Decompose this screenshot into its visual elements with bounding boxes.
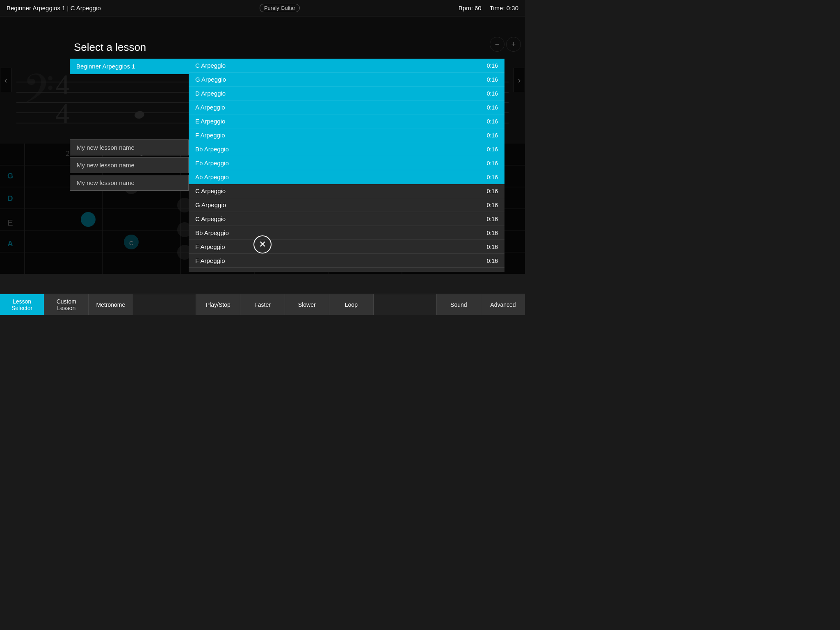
lesson-duration: 0:16 — [487, 188, 498, 194]
faster-button[interactable]: Faster — [240, 294, 285, 315]
time-display: Time: 0:30 — [490, 5, 518, 11]
lesson-duration: 0:16 — [487, 202, 498, 208]
panel-body: Beginner Arpeggios 1 My new lesson name … — [70, 59, 504, 272]
lesson-name: A Arpeggio — [195, 104, 225, 111]
lesson-name: D Arpeggio — [195, 90, 226, 97]
lesson-duration: 0:16 — [487, 132, 498, 139]
lesson-duration: 0:16 — [487, 174, 498, 180]
lesson-duration: 0:16 — [487, 118, 498, 125]
header-info: Bpm: 60 Time: 0:30 — [459, 5, 518, 11]
lesson-selector-button[interactable]: Lesson Selector — [0, 294, 44, 315]
lesson-groups-column: Beginner Arpeggios 1 My new lesson name … — [70, 59, 189, 272]
lesson-item-9[interactable]: C Arpeggio0:16 — [189, 184, 504, 198]
advanced-button[interactable]: Advanced — [481, 294, 525, 315]
close-icon: ✕ — [259, 239, 266, 250]
main-area: 𝄢 4 4 T A B 2 3 9 — [0, 16, 525, 274]
lesson-item-2[interactable]: D Arpeggio0:16 — [189, 87, 504, 100]
lesson-name: Bb Arpeggio — [195, 229, 229, 236]
lesson-item-11[interactable]: C Arpeggio0:16 — [189, 212, 504, 226]
bpm-display: Bpm: 60 — [459, 5, 482, 11]
slower-button[interactable]: Slower — [285, 294, 329, 315]
toolbar: Lesson SelectorCustom LessonMetronomePla… — [0, 294, 525, 315]
lesson-name: F Arpeggio — [195, 257, 225, 264]
lesson-items-column: C Arpeggio0:16G Arpeggio0:16D Arpeggio0:… — [189, 59, 504, 272]
lesson-name: C Arpeggio — [195, 187, 226, 194]
lesson-item-3[interactable]: A Arpeggio0:16 — [189, 100, 504, 114]
lesson-item-12[interactable]: Bb Arpeggio0:16 — [189, 226, 504, 240]
lesson-duration: 0:16 — [487, 230, 498, 236]
lesson-name: C Arpeggio — [195, 215, 226, 222]
lesson-item-7[interactable]: Eb Arpeggio0:16 — [189, 156, 504, 170]
metronome-button[interactable]: Metronome — [89, 294, 133, 315]
lesson-duration: 0:16 — [487, 62, 498, 69]
lesson-duration: 0:16 — [487, 272, 498, 272]
lesson-group-item-1[interactable]: My new lesson name — [70, 139, 189, 155]
spacer1-button — [133, 294, 196, 315]
lesson-item-14[interactable]: F Arpeggio0:16 — [189, 254, 504, 268]
lesson-item-13[interactable]: F Arpeggio0:16 — [189, 240, 504, 254]
lesson-item-1[interactable]: G Arpeggio0:16 — [189, 73, 504, 87]
lesson-name: Eb Arpeggio — [195, 271, 229, 272]
lesson-item-15[interactable]: Eb Arpeggio0:16 — [189, 268, 504, 272]
lesson-item-4[interactable]: E Arpeggio0:16 — [189, 114, 504, 128]
lesson-group-item-3[interactable]: My new lesson name — [70, 175, 189, 191]
lesson-name: Eb Arpeggio — [195, 160, 229, 167]
loop-button[interactable]: Loop — [329, 294, 374, 315]
close-button[interactable]: ✕ — [253, 235, 272, 253]
lesson-item-6[interactable]: Bb Arpeggio0:16 — [189, 142, 504, 156]
lesson-group-item-2[interactable]: My new lesson name — [70, 157, 189, 173]
lesson-item-0[interactable]: C Arpeggio0:16 — [189, 59, 504, 73]
lesson-duration: 0:16 — [487, 258, 498, 264]
lesson-duration: 0:16 — [487, 90, 498, 97]
lesson-name: Bb Arpeggio — [195, 146, 229, 153]
lesson-duration: 0:16 — [487, 104, 498, 111]
lesson-name: F Arpeggio — [195, 132, 225, 139]
lesson-name: Ab Arpeggio — [195, 173, 229, 180]
lesson-duration: 0:16 — [487, 216, 498, 222]
panel-title: Select a lesson — [70, 41, 504, 54]
lesson-name: C Arpeggio — [195, 62, 226, 69]
header: Beginner Arpeggios 1 | C Arpeggio Purely… — [0, 0, 525, 16]
lesson-selector-panel: Select a lesson Beginner Arpeggios 1 My … — [70, 41, 504, 272]
lesson-duration: 0:16 — [487, 76, 498, 83]
lesson-name: E Arpeggio — [195, 118, 225, 125]
sound-button[interactable]: Sound — [437, 294, 481, 315]
lesson-item-8[interactable]: Ab Arpeggio0:16 — [189, 170, 504, 184]
lesson-group-item-0[interactable]: Beginner Arpeggios 1 — [70, 59, 189, 74]
lesson-name: F Arpeggio — [195, 243, 225, 250]
lesson-duration: 0:16 — [487, 160, 498, 167]
lesson-item-10[interactable]: G Arpeggio0:16 — [189, 198, 504, 212]
play-stop-button[interactable]: Play/Stop — [196, 294, 240, 315]
custom-lesson-button[interactable]: Custom Lesson — [44, 294, 89, 315]
spacer2-button — [374, 294, 437, 315]
lesson-duration: 0:16 — [487, 244, 498, 250]
lesson-item-5[interactable]: F Arpeggio0:16 — [189, 128, 504, 142]
lesson-name: G Arpeggio — [195, 201, 226, 208]
header-logo: Purely Guitar — [260, 4, 300, 12]
header-title: Beginner Arpeggios 1 | C Arpeggio — [7, 5, 101, 11]
lesson-name: G Arpeggio — [195, 76, 226, 83]
lesson-duration: 0:16 — [487, 146, 498, 153]
